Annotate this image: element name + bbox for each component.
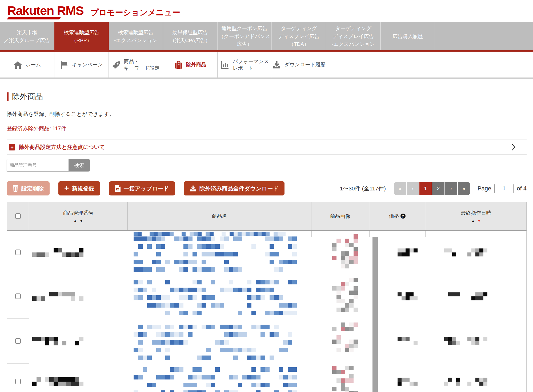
row-checkbox[interactable]: [15, 379, 21, 384]
download-icon: [272, 61, 281, 69]
column-header-id[interactable]: 商品管理番号 ▲▼: [29, 202, 128, 230]
button-label: 除外済み商品全件ダウンロード: [199, 185, 279, 192]
notice-accordion[interactable]: + 除外商品設定方法と注意点について: [7, 140, 527, 155]
row-select-cell: [7, 319, 29, 364]
ad-product-tabs: 楽天市場 ／楽天グループ広告 検索連動型広告 （RPP） 検索連動型広告 -エク…: [0, 22, 533, 50]
column-label: 最終操作日時: [461, 210, 491, 217]
button-label: 一括アップロード: [124, 185, 169, 192]
column-label: 価格: [389, 213, 399, 220]
row-checkbox[interactable]: [15, 338, 21, 344]
select-all-checkbox[interactable]: [15, 213, 21, 219]
product-name-cell-redacted[interactable]: [128, 231, 311, 274]
table-header: 商品管理番号 ▲▼ 商品名 商品画像 価格? 最終操作日時 ▲▼: [7, 202, 527, 231]
subnav-home[interactable]: ホーム: [0, 52, 54, 77]
page-2-button[interactable]: 2: [432, 182, 444, 195]
product-id-cell-redacted: [29, 231, 128, 274]
briefcase-icon: [174, 61, 183, 69]
subnav-performance-report[interactable]: パフォーマンス レポート: [218, 52, 272, 77]
plus-icon: +: [9, 144, 15, 150]
row-select-cell: [7, 364, 29, 392]
row-select-cell: [7, 274, 29, 319]
product-name-cell-redacted[interactable]: [128, 274, 311, 319]
next-page-button[interactable]: ›: [445, 182, 457, 195]
chevron-right-icon: [512, 144, 515, 151]
tab-rpp[interactable]: 検索連動型広告 （RPP）: [54, 22, 109, 50]
page-jump: Page of 4: [478, 184, 527, 193]
column-header-name: 商品名: [128, 202, 311, 230]
search-input[interactable]: [7, 159, 69, 172]
tab-tda[interactable]: ターゲティング ディスプレイ広告 （TDA）: [272, 22, 326, 50]
sort-desc-icon[interactable]: ▼: [477, 219, 481, 223]
rakuten-rms-page: Rakuten RMS プロモーションメニュー 楽天市場 ／楽天グループ広告 検…: [0, 0, 533, 392]
rpp-subnav: ホーム キャンペーン 商品・ キーワード設定 除外商品 パフォーマンス レポート…: [0, 52, 533, 77]
title-accent-bar: [7, 92, 9, 101]
sort-desc-icon[interactable]: ▼: [79, 219, 83, 223]
csv-file-icon: CSV: [115, 185, 121, 192]
sort-asc-icon[interactable]: ▲: [471, 219, 475, 223]
sort-control[interactable]: ▲▼: [471, 219, 481, 223]
tab-rpp-expansion[interactable]: 検索連動型広告 -エクスパンション: [109, 22, 163, 50]
result-range: 1〜30件 (全117件): [340, 185, 386, 192]
page-title-row: 除外商品: [7, 91, 527, 102]
main-content: 除外商品 除外商品を登録、削除することができます。 登録済み除外商品: 117件…: [0, 91, 533, 392]
subnav-label: 除外商品: [186, 62, 206, 68]
product-id-cell-redacted: [29, 319, 128, 364]
page-title: 除外商品: [12, 91, 43, 102]
product-name-cell-redacted[interactable]: [128, 364, 311, 392]
table-row: [7, 231, 526, 274]
page-1-button[interactable]: 1: [419, 182, 432, 195]
product-id-cell-redacted: [29, 274, 128, 319]
tab-tda-expansion[interactable]: ターゲティング ディスプレイ広告 -エクスパンション: [326, 22, 381, 50]
tab-purchase-history[interactable]: 広告購入履歴: [381, 22, 435, 50]
delete-settings-button[interactable]: 設定削除: [7, 181, 50, 195]
home-icon: [13, 61, 22, 69]
tab-coupon-advance[interactable]: 運用型クーポン広告 （クーポンアドバンス 広告）: [218, 22, 272, 50]
registered-count: 登録済み除外商品: 117件: [7, 125, 527, 132]
column-label: 商品名: [212, 213, 227, 220]
bulk-upload-button[interactable]: CSV 一括アップロード: [109, 181, 175, 195]
prev-page-button[interactable]: ‹: [407, 182, 419, 195]
product-id-cell-redacted: [29, 364, 128, 392]
table-row: [7, 319, 526, 364]
inner-scrollbar[interactable]: [372, 237, 378, 392]
tab-cpa[interactable]: 効果保証型広告 （楽天CPA広告）: [163, 22, 218, 50]
button-label: 設定削除: [21, 185, 44, 192]
help-icon[interactable]: ?: [400, 214, 406, 219]
row-checkbox[interactable]: [15, 293, 21, 299]
column-header-date[interactable]: 最終操作日時 ▲▼: [425, 202, 527, 230]
subnav-label: キャンペーン: [72, 62, 103, 68]
first-page-button[interactable]: «: [394, 182, 406, 195]
column-label: 商品画像: [330, 213, 350, 220]
search-button[interactable]: 検索: [69, 159, 90, 172]
column-header-image: 商品画像: [311, 202, 369, 230]
bar-chart-icon: [221, 61, 230, 69]
search-row: 検索: [7, 159, 90, 172]
subnav-label: 商品・ キーワード設定: [124, 58, 159, 71]
row-checkbox[interactable]: [15, 250, 21, 255]
plus-icon: +: [64, 184, 69, 192]
subnav-shadow: [0, 77, 533, 79]
rakuten-rms-logo[interactable]: Rakuten RMS: [7, 4, 83, 18]
subnav-excluded-products[interactable]: 除外商品: [163, 52, 218, 77]
download-all-button[interactable]: 除外済み商品全件ダウンロード: [184, 181, 284, 195]
sort-control[interactable]: ▲▼: [73, 219, 83, 223]
of-total-label: of 4: [517, 185, 527, 192]
date-cell-redacted: [425, 274, 527, 319]
subnav-campaign[interactable]: キャンペーン: [54, 52, 109, 77]
column-header-price: 価格?: [369, 202, 425, 230]
subnav-download-history[interactable]: ダウンロード履歴: [272, 52, 326, 77]
new-registration-button[interactable]: + 新規登録: [58, 181, 100, 195]
flag-icon: [60, 61, 69, 69]
download-icon: [190, 185, 197, 192]
subnav-item-keyword-settings[interactable]: 商品・ キーワード設定: [109, 52, 163, 77]
tab-rakuten-ichiba[interactable]: 楽天市場 ／楽天グループ広告: [0, 22, 54, 50]
page-description: 除外商品を登録、削除することができます。: [7, 111, 527, 118]
product-image-cell-redacted: [311, 364, 369, 392]
active-tab-underline: [0, 50, 533, 52]
sort-asc-icon[interactable]: ▲: [73, 219, 77, 223]
last-page-button[interactable]: »: [458, 182, 470, 195]
product-name-cell-redacted[interactable]: [128, 319, 311, 364]
table-row: [7, 364, 526, 392]
page-number-input[interactable]: [494, 184, 514, 193]
brand-header: Rakuten RMS プロモーションメニュー: [0, 0, 533, 22]
